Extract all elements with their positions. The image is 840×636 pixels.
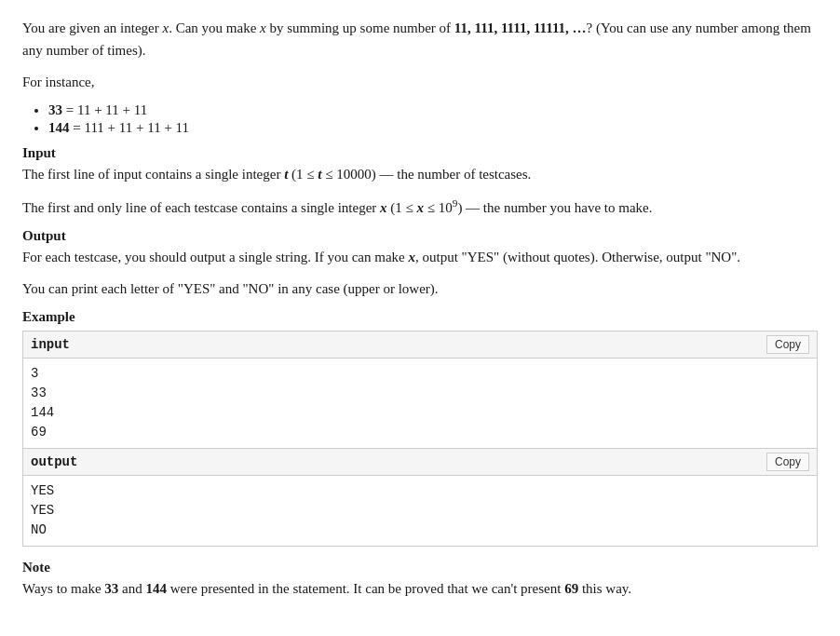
input-example-header-label: input [31, 337, 70, 352]
problem-intro: You are given an integer x. Can you make… [22, 17, 818, 61]
input-example-header: input Copy [23, 332, 817, 359]
output-line1: For each testcase, you should output a s… [22, 246, 818, 268]
output-line2: You can print each letter of "YES" and "… [22, 277, 818, 300]
examples-list: 33 = 11 + 11 + 11 144 = 111 + 11 + 11 + … [48, 102, 818, 136]
input-copy-button[interactable]: Copy [766, 335, 809, 354]
example-section: Example input Copy 3 33 144 69 output Co… [22, 309, 818, 547]
example-item-1: 33 = 11 + 11 + 11 [48, 102, 818, 118]
note-title: Note [22, 560, 818, 575]
output-section: Output For each testcase, you should out… [22, 228, 818, 300]
output-title: Output [22, 228, 818, 244]
example-label: Example [22, 309, 818, 325]
example-item-2: 144 = 111 + 11 + 11 + 11 [48, 120, 818, 136]
input-example-block: input Copy 3 33 144 69 [22, 331, 818, 449]
input-title: Input [22, 145, 818, 161]
input-line1: The first line of input contains a singl… [22, 163, 818, 185]
output-example-header-label: output [31, 454, 77, 469]
input-section: Input The first line of input contains a… [22, 145, 818, 219]
output-example-header: output Copy [23, 449, 817, 476]
note-text: Ways to make 33 and 144 were presented i… [22, 577, 818, 600]
input-example-content: 3 33 144 69 [23, 359, 817, 448]
output-example-content: YES YES NO [23, 476, 817, 546]
output-copy-button[interactable]: Copy [766, 453, 809, 471]
input-line2: The first and only line of each testcase… [22, 195, 818, 219]
note-section: Note Ways to make 33 and 144 were presen… [22, 560, 818, 600]
output-example-block: output Copy YES YES NO [22, 449, 818, 547]
for-instance-label: For instance, [22, 71, 818, 93]
